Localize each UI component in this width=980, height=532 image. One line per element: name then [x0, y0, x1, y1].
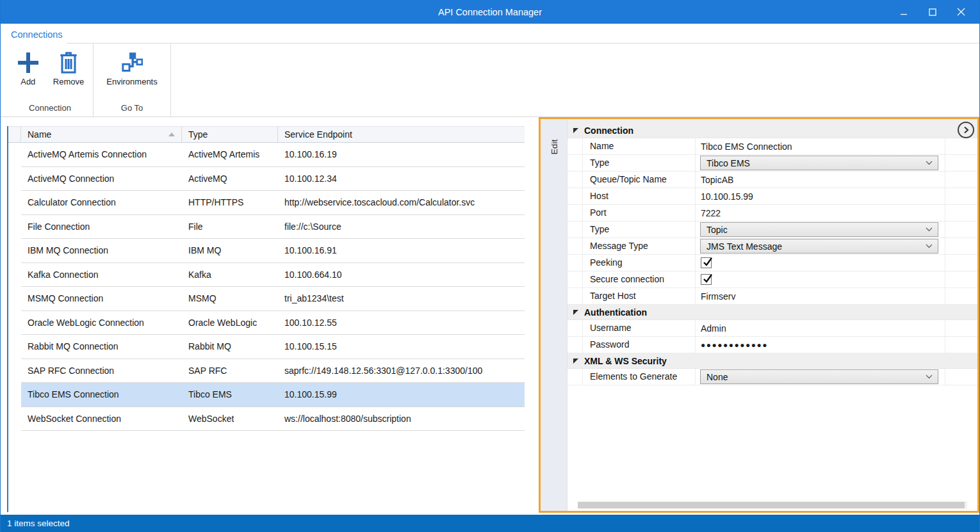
cell-name: File Connection	[21, 222, 182, 232]
row-indicator[interactable]	[8, 287, 21, 311]
cell-name: IBM MQ Connection	[21, 245, 182, 255]
property-value-field[interactable]: Admin	[701, 323, 726, 334]
property-dropdown[interactable]: None	[700, 369, 938, 384]
trash-icon	[58, 49, 79, 77]
horizontal-scrollbar[interactable]	[578, 501, 967, 509]
table-header: Name Type Service Endpoint	[8, 126, 525, 143]
row-indicator[interactable]	[8, 239, 21, 263]
property-label: Elements to Generate	[583, 369, 696, 385]
row-indicator[interactable]	[8, 311, 21, 335]
table-row[interactable]: Rabbit MQ Connection Rabbit MQ 10.100.15…	[8, 335, 525, 359]
environments-button[interactable]: Environments	[104, 49, 159, 86]
property-value-field[interactable]: 7222	[701, 208, 721, 218]
property-value-field[interactable]: Firmserv	[701, 291, 735, 302]
property-value-cell: JMS Text Message	[696, 238, 945, 254]
title-bar: API Connection Manager	[1, 0, 979, 24]
remove-button[interactable]: Remove	[51, 49, 86, 86]
property-value-cell: Admin	[696, 320, 945, 336]
window-title: API Connection Manager	[438, 7, 542, 17]
table-row[interactable]: ActiveMQ Artemis Connection ActiveMQ Art…	[8, 143, 525, 167]
table-row[interactable]: Calculator Connection HTTP/HTTPS http://…	[8, 191, 525, 215]
table-row[interactable]: WebSocket Connection WebSocket ws://loca…	[8, 407, 525, 431]
table-row[interactable]: Tibco EMS Connection Tibco EMS 10.100.15…	[8, 383, 525, 407]
environments-button-label: Environments	[106, 77, 157, 86]
edit-tab-label[interactable]: Edit	[549, 140, 559, 154]
cell-type: Oracle WebLogic	[182, 318, 278, 328]
sort-ascending-icon	[168, 133, 175, 136]
row-indicator[interactable]	[8, 263, 21, 287]
property-value-cell: Topic	[696, 222, 945, 238]
property-label: Target Host	[583, 288, 696, 304]
table-row[interactable]: SAP RFC Connection SAP RFC saprfc://149.…	[8, 359, 525, 383]
cell-service-endpoint: 10.100.16.91	[278, 245, 525, 255]
table-row[interactable]: Oracle WebLogic Connection Oracle WebLog…	[8, 311, 525, 335]
property-row: Host 10.100.15.99	[568, 188, 977, 205]
section-title: XML & WS Security	[584, 356, 667, 366]
property-value-field[interactable]: TopicAB	[701, 175, 733, 185]
property-dropdown[interactable]: Topic	[700, 222, 938, 237]
row-indicator[interactable]	[8, 407, 21, 431]
section-header[interactable]: XML & WS Security	[568, 353, 977, 369]
maximize-button[interactable]	[918, 0, 947, 24]
cell-service-endpoint: saprfc://149.148.12.56:3301@127.0.0.1:33…	[278, 366, 525, 376]
table-row[interactable]: ActiveMQ Connection ActiveMQ 10.100.12.3…	[8, 167, 525, 191]
status-bar: 1 items selected	[1, 515, 979, 532]
property-value-field[interactable]: 10.100.15.99	[701, 191, 753, 202]
property-value-cell: Tibco EMS	[696, 155, 945, 171]
connections-table: Name Type Service Endpoint ActiveMQ Arte…	[7, 126, 525, 512]
cell-type: ActiveMQ	[182, 173, 278, 184]
row-indicator[interactable]	[8, 143, 21, 167]
column-header-service-endpoint[interactable]: Service Endpoint	[278, 127, 525, 142]
row-indicator[interactable]	[8, 359, 21, 383]
section-header[interactable]: Connection	[568, 123, 977, 138]
cell-name: MSMQ Connection	[21, 293, 182, 303]
column-header-name[interactable]: Name	[21, 127, 182, 142]
property-label: Type	[583, 155, 696, 171]
cell-type: HTTP/HTTPS	[182, 197, 278, 207]
scrollbar-thumb[interactable]	[578, 502, 965, 508]
row-indicator[interactable]	[8, 335, 21, 359]
column-header-type[interactable]: Type	[182, 127, 278, 142]
cell-name: Calculator Connection	[21, 197, 182, 207]
add-button[interactable]: Add	[13, 49, 43, 86]
column-header-type-label: Type	[188, 129, 208, 140]
collapse-section-icon	[573, 359, 578, 364]
table-row[interactable]: IBM MQ Connection IBM MQ 10.100.16.91	[8, 239, 525, 263]
property-row: Type Topic	[568, 222, 977, 238]
table-row[interactable]: Kafka Connection Kafka 10.100.664.10	[8, 263, 525, 287]
property-row: Type Tibco EMS	[568, 155, 977, 172]
property-gutter	[568, 222, 583, 238]
property-gutter	[568, 288, 583, 304]
row-indicator[interactable]	[8, 215, 21, 239]
dropdown-selected-value: Topic	[706, 225, 728, 235]
edit-panel: Edit Connection Name Tibco EMS Connectio…	[539, 117, 979, 513]
property-dropdown[interactable]: Tibco EMS	[700, 156, 938, 170]
collapse-panel-button[interactable]	[958, 122, 974, 138]
property-value-cell	[696, 255, 945, 271]
property-row: Port 7222	[568, 205, 977, 222]
cell-name: ActiveMQ Connection	[21, 173, 182, 184]
property-checkbox[interactable]	[701, 274, 712, 285]
remove-button-label: Remove	[53, 77, 84, 86]
cell-name: SAP RFC Connection	[21, 366, 182, 376]
property-row: Password ●●●●●●●●●●●●	[568, 337, 977, 353]
collapse-section-icon	[573, 128, 578, 133]
close-button[interactable]	[947, 0, 976, 24]
row-indicator[interactable]	[8, 383, 21, 407]
property-dropdown[interactable]: JMS Text Message	[700, 239, 938, 254]
table-row[interactable]: File Connection File file://c:\Source	[8, 215, 525, 239]
cell-type: Rabbit MQ	[182, 341, 278, 351]
property-value-field[interactable]: ●●●●●●●●●●●●	[701, 341, 768, 350]
minimize-button[interactable]	[889, 0, 918, 24]
cell-name: Rabbit MQ Connection	[21, 341, 182, 351]
property-checkbox[interactable]	[701, 257, 712, 268]
row-indicator[interactable]	[8, 191, 21, 215]
property-value-cell: ●●●●●●●●●●●●	[696, 337, 945, 353]
cell-service-endpoint: tri_ab1234\test	[278, 293, 525, 303]
section-header[interactable]: Authentication	[568, 305, 977, 320]
table-row[interactable]: MSMQ Connection MSMQ tri_ab1234\test	[8, 287, 525, 311]
property-value-field[interactable]: Tibco EMS Connection	[701, 141, 792, 152]
tab-connections[interactable]: Connections	[11, 29, 63, 40]
property-value-cell: None	[696, 369, 945, 385]
row-indicator[interactable]	[8, 167, 21, 191]
